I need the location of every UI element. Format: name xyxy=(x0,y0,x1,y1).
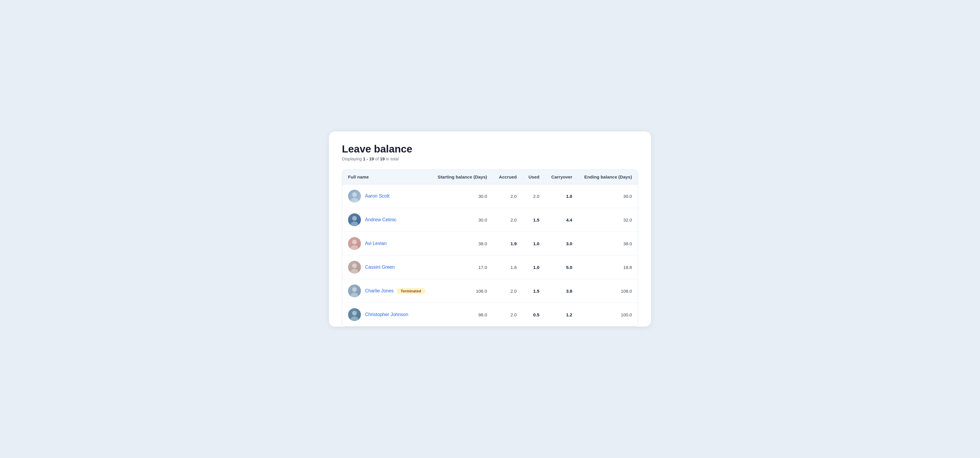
name-cell: Aaron Scott xyxy=(342,184,431,208)
name-cell: Charlie JonesTerminated xyxy=(342,279,431,303)
avatar xyxy=(348,190,361,202)
table-row: Andrew Cetinic30.02.01.54.432.0 xyxy=(342,208,638,232)
cell-accrued: 1.9 xyxy=(493,232,522,256)
cell-starting-balance: 17.0 xyxy=(431,256,493,279)
cell-accrued: 1.8 xyxy=(493,256,522,279)
avatar xyxy=(348,261,361,274)
table-row: Aaron Scott30.02.02.01.030.0 xyxy=(342,184,638,208)
cell-carryover: 3.8 xyxy=(545,279,578,303)
cell-ending-balance: 32.0 xyxy=(578,208,638,232)
leave-balance-table-container: Full name Starting balance (Days) Accrue… xyxy=(342,169,638,327)
employee-name: Christopher Johnson xyxy=(365,312,408,317)
table-row: Cassini Green17.01.81.05.018.8 xyxy=(342,256,638,279)
cell-starting-balance: 106.0 xyxy=(431,279,493,303)
svg-point-10 xyxy=(352,263,357,268)
avatar xyxy=(348,237,361,250)
employee-name-link[interactable]: Avi Levian xyxy=(365,241,387,246)
avatar xyxy=(348,308,361,321)
employee-name-link[interactable]: Andrew Cetinic xyxy=(365,217,397,223)
name-cell: Andrew Cetinic xyxy=(342,208,431,232)
cell-accrued: 2.0 xyxy=(493,208,522,232)
employee-name-link[interactable]: Christopher Johnson xyxy=(365,312,408,317)
cell-ending-balance: 30.0 xyxy=(578,184,638,208)
subtitle-suffix: in total xyxy=(385,157,398,161)
subtitle: Displaying 1 - 19 of 19 in total xyxy=(342,157,638,161)
cell-used: 1.5 xyxy=(522,279,545,303)
cell-used: 0.5 xyxy=(522,303,545,327)
cell-carryover: 5.0 xyxy=(545,256,578,279)
col-header-carryover: Carryover xyxy=(545,170,578,184)
leave-balance-card: Leave balance Displaying 1 - 19 of 19 in… xyxy=(329,131,651,327)
col-header-ending-balance: Ending balance (Days) xyxy=(578,170,638,184)
avatar xyxy=(348,213,361,226)
cell-ending-balance: 100.0 xyxy=(578,303,638,327)
employee-name-link[interactable]: Cassini Green xyxy=(365,264,395,270)
svg-point-7 xyxy=(352,240,357,244)
col-header-accrued: Accrued xyxy=(493,170,522,184)
cell-carryover: 1.0 xyxy=(545,184,578,208)
cell-carryover: 1.2 xyxy=(545,303,578,327)
cell-accrued: 2.0 xyxy=(493,184,522,208)
subtitle-range: 1 - 19 xyxy=(363,157,374,161)
cell-used: 1.0 xyxy=(522,256,545,279)
subtitle-total: 19 xyxy=(380,157,385,161)
svg-point-16 xyxy=(352,311,357,315)
employee-name-link[interactable]: Charlie JonesTerminated xyxy=(365,288,425,294)
page-title: Leave balance xyxy=(342,143,638,155)
employee-name: Aaron Scott xyxy=(365,194,390,199)
table-row: Avi Levian38.01.91.03.038.0 xyxy=(342,232,638,256)
name-cell: Cassini Green xyxy=(342,256,431,279)
subtitle-middle: of xyxy=(374,157,380,161)
cell-used: 1.0 xyxy=(522,232,545,256)
cell-carryover: 4.4 xyxy=(545,208,578,232)
subtitle-prefix: Displaying xyxy=(342,157,363,161)
employee-name-link[interactable]: Aaron Scott xyxy=(365,194,390,199)
cell-ending-balance: 18.8 xyxy=(578,256,638,279)
terminated-badge: Terminated xyxy=(397,288,425,294)
table-row: Christopher Johnson98.02.00.51.2100.0 xyxy=(342,303,638,327)
cell-starting-balance: 30.0 xyxy=(431,208,493,232)
employee-name: Charlie Jones xyxy=(365,288,394,294)
name-cell: Christopher Johnson xyxy=(342,303,431,327)
col-header-starting-balance: Starting balance (Days) xyxy=(431,170,493,184)
svg-point-13 xyxy=(352,287,357,292)
name-cell: Avi Levian xyxy=(342,232,431,256)
cell-starting-balance: 98.0 xyxy=(431,303,493,327)
employee-name: Andrew Cetinic xyxy=(365,217,397,223)
cell-accrued: 2.0 xyxy=(493,279,522,303)
cell-starting-balance: 30.0 xyxy=(431,184,493,208)
cell-carryover: 3.0 xyxy=(545,232,578,256)
cell-ending-balance: 38.0 xyxy=(578,232,638,256)
avatar xyxy=(348,285,361,297)
col-header-fullname: Full name xyxy=(342,170,431,184)
cell-accrued: 2.0 xyxy=(493,303,522,327)
cell-used: 1.5 xyxy=(522,208,545,232)
employee-name: Cassini Green xyxy=(365,264,395,270)
cell-ending-balance: 108.0 xyxy=(578,279,638,303)
leave-balance-table: Full name Starting balance (Days) Accrue… xyxy=(342,170,638,326)
svg-point-4 xyxy=(352,216,357,221)
svg-point-1 xyxy=(352,192,357,197)
table-row: Charlie JonesTerminated106.02.01.53.8108… xyxy=(342,279,638,303)
employee-name: Avi Levian xyxy=(365,241,387,246)
cell-used: 2.0 xyxy=(522,184,545,208)
col-header-used: Used xyxy=(522,170,545,184)
cell-starting-balance: 38.0 xyxy=(431,232,493,256)
table-header-row: Full name Starting balance (Days) Accrue… xyxy=(342,170,638,184)
